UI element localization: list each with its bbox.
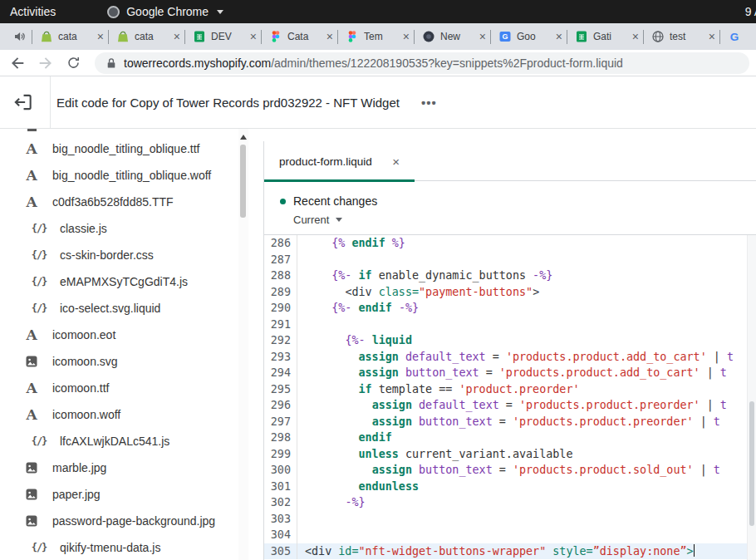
close-tab-icon[interactable]: × bbox=[556, 31, 562, 42]
file-item-password-page-background.jpg[interactable]: password-page-background.jpg bbox=[0, 508, 238, 534]
close-tab-icon[interactable]: × bbox=[326, 31, 333, 42]
image-file-icon bbox=[23, 514, 40, 528]
file-item-lfcAXLwjkDALc541.js[interactable]: {/}lfcAXLwjkDALc541.js bbox=[0, 428, 238, 454]
app-menu[interactable]: Google Chrome bbox=[107, 5, 223, 18]
code-text: -%} bbox=[297, 494, 366, 511]
file-item-ico-select.svg.liquid[interactable]: {/}ico-select.svg.liquid bbox=[0, 295, 238, 322]
file-item-icomoon.svg[interactable]: icomoon.svg bbox=[0, 348, 238, 375]
close-tab-icon[interactable]: × bbox=[479, 31, 486, 42]
back-button[interactable] bbox=[10, 56, 25, 71]
file-item-classie.js[interactable]: {/}classie.js bbox=[0, 215, 238, 242]
close-tab-icon[interactable]: × bbox=[174, 31, 180, 42]
recent-changes-panel: Recent changes Current bbox=[264, 181, 756, 235]
font-file-icon: A bbox=[23, 142, 40, 156]
more-actions-button[interactable]: ••• bbox=[421, 96, 437, 110]
editor-scrollbar[interactable] bbox=[747, 235, 756, 560]
reload-button[interactable] bbox=[66, 56, 81, 71]
browser-tab-2[interactable]: cata× bbox=[109, 23, 184, 50]
code-line-300[interactable]: 300 assign button_text = 'products.produ… bbox=[264, 462, 747, 479]
code-line-305[interactable]: 305<div id="nft-widget-buttons-wrapper" … bbox=[264, 543, 747, 560]
code-lines[interactable]: 286 {% endif %}287288 {%- if enable_dyna… bbox=[264, 235, 747, 560]
file-item-qikify-tmenu-data.js[interactable]: {/}qikify-tmenu-data.js bbox=[0, 534, 238, 560]
code-line-299[interactable]: 299 unless current_variant.available bbox=[264, 446, 747, 463]
editor-scrollbar-thumb[interactable] bbox=[749, 401, 754, 526]
code-line-302[interactable]: 302 -%} bbox=[264, 494, 747, 511]
close-tab-icon[interactable]: × bbox=[632, 31, 639, 42]
browser-tab-5[interactable]: Tem× bbox=[338, 23, 414, 50]
tab-title: New bbox=[440, 31, 474, 42]
file-item-c0df3a6b528fdd85.TTF[interactable]: Ac0df3a6b528fdd85.TTF bbox=[0, 189, 238, 215]
browser-tab-9[interactable]: test× bbox=[644, 23, 719, 50]
file-item-icomoon.ttf[interactable]: Aicomoon.ttf bbox=[0, 375, 238, 401]
close-tab-icon[interactable]: × bbox=[403, 31, 410, 42]
sidebar-scrollbar[interactable] bbox=[238, 129, 248, 560]
line-number: 288 bbox=[264, 268, 297, 284]
chrome-icon bbox=[107, 6, 120, 18]
code-line-292[interactable]: 292 {%- liquid bbox=[264, 332, 747, 349]
file-name: lfcAXLwjkDALc541.js bbox=[60, 435, 169, 448]
code-line-295[interactable]: 295 if template == 'product.preorder' bbox=[264, 381, 747, 398]
code-line-290[interactable]: 290 {%- endif -%} bbox=[264, 300, 747, 317]
file-item-icomoon.eot[interactable]: Aicomoon.eot bbox=[0, 322, 238, 348]
browser-tab-1[interactable]: cata× bbox=[32, 23, 108, 50]
browser-tab-4[interactable]: Cata× bbox=[262, 23, 337, 50]
code-line-286[interactable]: 286 {% endif %} bbox=[264, 235, 747, 252]
tab-title: Tem bbox=[364, 31, 398, 42]
file-item-cs-skin-border.css[interactable]: {/}cs-skin-border.css bbox=[0, 242, 238, 268]
close-tab-icon[interactable]: × bbox=[392, 155, 400, 169]
code-line-288[interactable]: 288 {%- if enable_dynamic_buttons -%} bbox=[264, 268, 747, 284]
line-number: 290 bbox=[264, 300, 297, 317]
file-item-marble.jpg[interactable]: marble.jpg bbox=[0, 454, 238, 481]
code-line-296[interactable]: 296 assign default_text = 'products.prod… bbox=[264, 397, 747, 414]
tab-title: DEV bbox=[211, 31, 245, 42]
browser-tab-10[interactable]: G bbox=[720, 23, 750, 50]
forward-button[interactable] bbox=[38, 56, 53, 71]
code-line-287[interactable]: 287 bbox=[264, 252, 747, 268]
file-item-paper.jpg[interactable]: paper.jpg bbox=[0, 481, 238, 508]
line-number: 303 bbox=[264, 511, 297, 528]
code-line-294[interactable]: 294 assign button_text = 'products.produ… bbox=[264, 365, 747, 381]
image-file-icon bbox=[23, 461, 40, 474]
close-tab-icon[interactable]: × bbox=[250, 31, 257, 42]
scroll-up-arrow-icon[interactable] bbox=[240, 135, 247, 140]
file-item-big_noodle_titling_oblique.ttf[interactable]: Abig_noodle_titling_oblique.ttf bbox=[0, 135, 238, 162]
clock: 9 A bbox=[745, 0, 756, 23]
font-file-icon: A bbox=[23, 381, 40, 395]
editor-tab-label: product-form.liquid bbox=[279, 155, 372, 168]
file-item-eMAPMXSyTCgGdiT4.js[interactable]: {/}eMAPMXSyTCgGdiT4.js bbox=[0, 268, 238, 295]
browser-tab-6[interactable]: New× bbox=[415, 23, 490, 50]
line-number: 304 bbox=[264, 527, 297, 543]
globe-favicon-icon bbox=[651, 30, 665, 43]
code-line-289[interactable]: 289 <div class="payment-buttons"> bbox=[264, 284, 747, 301]
close-tab-icon[interactable]: × bbox=[97, 31, 104, 42]
browser-tab-8[interactable]: Gati× bbox=[567, 23, 643, 50]
code-line-303[interactable]: 303 bbox=[264, 511, 747, 528]
version-dropdown[interactable]: Current bbox=[293, 214, 756, 226]
code-line-301[interactable]: 301 endunless bbox=[264, 479, 747, 495]
figma-favicon-icon bbox=[269, 30, 282, 43]
code-line-298[interactable]: 298 endif bbox=[264, 430, 747, 446]
file-item-icomoon.woff[interactable]: Aicomoon.woff bbox=[0, 401, 238, 428]
address-bar[interactable]: towerrecords.myshopify.com/admin/themes/… bbox=[95, 52, 749, 74]
close-tab-icon[interactable]: × bbox=[709, 31, 715, 42]
browser-tab-3[interactable]: DEV× bbox=[185, 23, 261, 50]
exit-code-editor-button[interactable] bbox=[12, 91, 34, 113]
shopify-favicon-icon bbox=[116, 30, 130, 43]
speaker-icon[interactable] bbox=[7, 30, 32, 43]
tab-title: Goo bbox=[517, 31, 551, 42]
code-line-293[interactable]: 293 assign default_text = 'products.prod… bbox=[264, 349, 747, 366]
editor-tab-product-form[interactable]: product-form.liquid × bbox=[264, 141, 415, 181]
shopify-favicon-icon bbox=[40, 30, 53, 43]
code-text: if template == 'product.preorder' bbox=[297, 381, 580, 398]
sidebar-scrollbar-thumb[interactable] bbox=[240, 145, 246, 218]
line-number: 286 bbox=[264, 235, 297, 252]
line-number: 293 bbox=[264, 349, 297, 366]
activities-button[interactable]: Activities bbox=[10, 5, 56, 18]
browser-tab-7[interactable]: GGoo× bbox=[491, 23, 567, 50]
code-line-291[interactable]: 291 bbox=[264, 317, 747, 333]
code-line-297[interactable]: 297 assign button_text = 'products.produ… bbox=[264, 414, 747, 430]
file-item-big_noodle_titling_oblique.woff[interactable]: Abig_noodle_titling_oblique.woff bbox=[0, 162, 238, 189]
code-line-304[interactable]: 304 bbox=[264, 527, 747, 543]
svg-text:G: G bbox=[730, 31, 739, 43]
line-number: 305 bbox=[264, 543, 297, 560]
